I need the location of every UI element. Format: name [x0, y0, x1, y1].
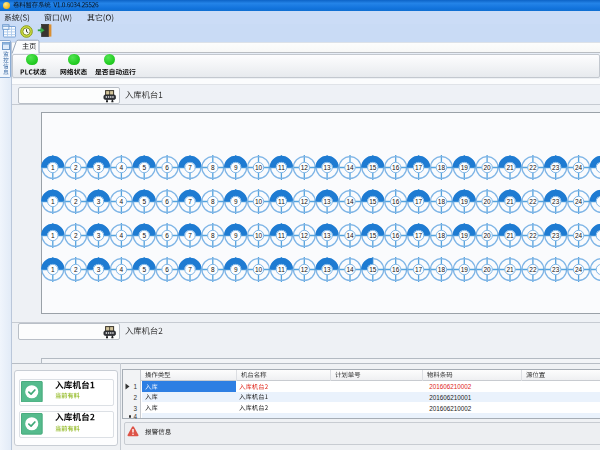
svg-text:11: 11 — [278, 163, 285, 170]
svg-text:10: 10 — [254, 265, 262, 272]
svg-text:14: 14 — [346, 231, 354, 238]
svg-text:7: 7 — [188, 231, 192, 238]
svg-text:8: 8 — [210, 163, 214, 170]
svg-text:20: 20 — [483, 197, 491, 204]
svg-text:2: 2 — [73, 163, 77, 170]
svg-text:19: 19 — [460, 197, 468, 204]
svg-text:23: 23 — [552, 163, 560, 170]
svg-text:16: 16 — [392, 231, 400, 238]
svg-text:9: 9 — [233, 197, 237, 204]
svg-text:6: 6 — [165, 265, 169, 272]
svg-text:2: 2 — [73, 231, 77, 238]
svg-text:4: 4 — [119, 231, 123, 238]
svg-text:22: 22 — [529, 197, 537, 204]
svg-text:12: 12 — [300, 163, 308, 170]
svg-text:11: 11 — [278, 265, 285, 272]
svg-text:10: 10 — [254, 231, 262, 238]
svg-text:7: 7 — [188, 163, 192, 170]
svg-text:19: 19 — [460, 163, 468, 170]
svg-text:11: 11 — [278, 231, 285, 238]
svg-text:5: 5 — [142, 265, 146, 272]
svg-text:13: 13 — [323, 163, 331, 170]
svg-text:19: 19 — [460, 231, 468, 238]
svg-text:6: 6 — [165, 197, 169, 204]
svg-text:14: 14 — [346, 163, 354, 170]
svg-text:15: 15 — [369, 197, 377, 204]
svg-text:13: 13 — [323, 265, 331, 272]
svg-text:20: 20 — [483, 265, 491, 272]
svg-text:18: 18 — [437, 197, 445, 204]
svg-text:9: 9 — [233, 265, 237, 272]
svg-text:11: 11 — [278, 197, 285, 204]
svg-text:5: 5 — [142, 231, 146, 238]
svg-text:23: 23 — [552, 197, 560, 204]
svg-text:24: 24 — [574, 163, 582, 170]
svg-text:20: 20 — [483, 231, 491, 238]
svg-text:4: 4 — [119, 265, 123, 272]
svg-text:7: 7 — [188, 197, 192, 204]
svg-text:5: 5 — [142, 163, 146, 170]
svg-text:17: 17 — [414, 197, 422, 204]
svg-text:18: 18 — [437, 231, 445, 238]
svg-text:1: 1 — [50, 163, 54, 170]
svg-text:21: 21 — [506, 265, 514, 272]
svg-text:1: 1 — [50, 197, 54, 204]
svg-text:4: 4 — [119, 163, 123, 170]
svg-text:2: 2 — [73, 197, 77, 204]
svg-text:5: 5 — [142, 197, 146, 204]
svg-text:14: 14 — [346, 197, 354, 204]
svg-text:24: 24 — [574, 265, 582, 272]
svg-text:14: 14 — [346, 265, 354, 272]
svg-text:3: 3 — [96, 231, 100, 238]
svg-text:18: 18 — [437, 265, 445, 272]
svg-text:16: 16 — [392, 197, 400, 204]
svg-text:10: 10 — [254, 197, 262, 204]
svg-text:6: 6 — [165, 231, 169, 238]
svg-text:17: 17 — [414, 231, 422, 238]
svg-text:8: 8 — [210, 231, 214, 238]
svg-text:17: 17 — [414, 163, 422, 170]
svg-text:13: 13 — [323, 231, 331, 238]
svg-text:9: 9 — [233, 231, 237, 238]
svg-text:21: 21 — [506, 163, 514, 170]
svg-text:1: 1 — [50, 265, 54, 272]
svg-text:15: 15 — [369, 231, 377, 238]
svg-text:12: 12 — [300, 265, 308, 272]
svg-text:7: 7 — [188, 265, 192, 272]
svg-text:9: 9 — [233, 163, 237, 170]
svg-text:4: 4 — [119, 197, 123, 204]
svg-text:23: 23 — [552, 265, 560, 272]
svg-text:12: 12 — [300, 197, 308, 204]
svg-text:23: 23 — [552, 231, 560, 238]
svg-text:20: 20 — [483, 163, 491, 170]
svg-text:16: 16 — [392, 265, 400, 272]
svg-text:3: 3 — [96, 197, 100, 204]
svg-text:22: 22 — [529, 265, 537, 272]
svg-text:10: 10 — [254, 163, 262, 170]
svg-text:8: 8 — [210, 197, 214, 204]
svg-text:18: 18 — [437, 163, 445, 170]
svg-text:3: 3 — [96, 163, 100, 170]
svg-text:22: 22 — [529, 163, 537, 170]
svg-text:1: 1 — [50, 231, 54, 238]
svg-text:17: 17 — [414, 265, 422, 272]
svg-text:6: 6 — [165, 163, 169, 170]
svg-text:12: 12 — [300, 231, 308, 238]
svg-text:19: 19 — [460, 265, 468, 272]
svg-text:13: 13 — [323, 197, 331, 204]
svg-text:21: 21 — [506, 197, 514, 204]
svg-text:16: 16 — [392, 163, 400, 170]
svg-text:3: 3 — [96, 265, 100, 272]
svg-text:8: 8 — [210, 265, 214, 272]
svg-text:21: 21 — [506, 231, 514, 238]
svg-text:2: 2 — [73, 265, 77, 272]
svg-text:24: 24 — [574, 231, 582, 238]
svg-text:15: 15 — [369, 265, 377, 272]
svg-text:22: 22 — [529, 231, 537, 238]
svg-text:15: 15 — [369, 163, 377, 170]
svg-text:24: 24 — [574, 197, 582, 204]
